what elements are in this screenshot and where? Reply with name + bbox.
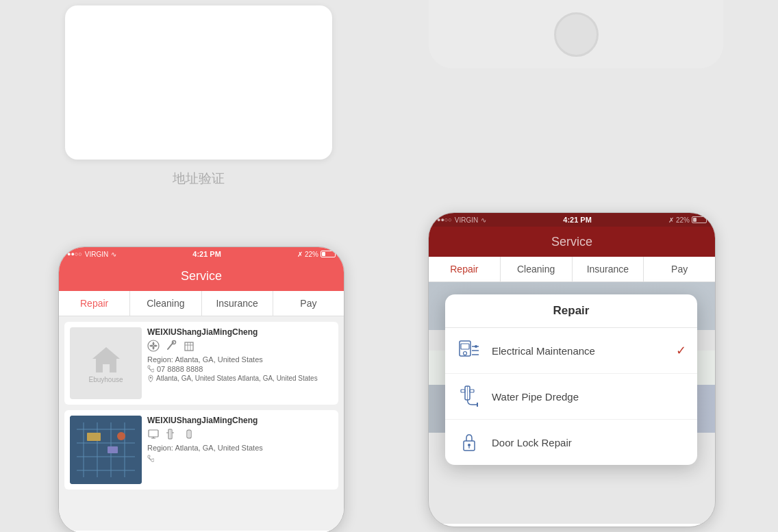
checkmark-1: ✓ xyxy=(676,343,686,358)
svg-rect-23 xyxy=(149,430,158,437)
bluetooth-icon-left: ✗ xyxy=(297,251,303,258)
service-card-1[interactable]: Ebuyhouse WEIXIUShangJiaMingCheng Region… xyxy=(64,322,338,405)
svg-point-34 xyxy=(464,352,467,355)
region-value-2: Atlanta, GA, United States xyxy=(175,444,262,452)
signal-icon-right: ●●○○ xyxy=(437,216,452,223)
svg-point-38 xyxy=(475,345,477,348)
dropdown-icon-1 xyxy=(456,338,482,364)
battery-pct-right: 22% xyxy=(676,216,690,224)
dropdown-icon-2 xyxy=(456,383,482,409)
pipe-icon xyxy=(457,384,481,409)
status-center-right: 4:21 PM xyxy=(563,216,592,224)
service-list-left: Ebuyhouse WEIXIUShangJiaMingCheng Region… xyxy=(59,316,344,531)
service-region-1: Region: Atlanta, GA, United States xyxy=(147,355,333,364)
phone-number-1: 07 8888 8888 xyxy=(157,365,203,373)
service-region-2: Region: Atlanta, GA, United States xyxy=(147,444,333,452)
tab-cleaning-right[interactable]: Cleaning xyxy=(501,257,573,281)
app-title-right: Service xyxy=(551,235,592,249)
svg-marker-0 xyxy=(92,347,120,359)
tool-icon xyxy=(183,428,195,440)
dropdown-icon-3 xyxy=(456,429,482,455)
tab-insurance-left[interactable]: Insurance xyxy=(202,291,273,316)
monitor-icon xyxy=(147,428,160,440)
status-bar-right: ●●○○ VIRGIN ∿ 4:21 PM ✗ 22% xyxy=(429,213,715,227)
tab-repair-left[interactable]: Repair xyxy=(59,291,130,316)
service-card-2[interactable]: WEIXIUShangJiaMingCheng Region: Atlanta,… xyxy=(64,410,338,490)
battery-icon-left xyxy=(321,251,336,257)
status-center-left: 4:21 PM xyxy=(192,250,221,258)
tabs-bar-left[interactable]: Repair Cleaning Insurance Pay xyxy=(59,291,344,316)
battery-pct-left: 22% xyxy=(305,251,318,258)
address-label: 地址验证 xyxy=(65,170,332,188)
home-button-bg xyxy=(554,12,599,57)
dropdown-text-2: Water Pipe Dredge xyxy=(492,391,686,403)
tab-insurance-right[interactable]: Insurance xyxy=(573,257,644,281)
app-title-left: Service xyxy=(181,269,222,283)
building-icon xyxy=(183,340,195,352)
region-label-2: Region: xyxy=(147,444,173,452)
status-right-left: ✗ 22% xyxy=(297,251,336,258)
repair-dropdown: Repair Electrical Maintenance ✓ xyxy=(445,294,697,465)
svg-rect-41 xyxy=(461,390,465,392)
service-name-2: WEIXIUShangJiaMingCheng xyxy=(147,416,333,425)
region-value-1: Atlanta, GA, United States xyxy=(175,355,262,364)
signal-icon-left: ●●○○ xyxy=(67,251,82,257)
svg-rect-20 xyxy=(87,433,101,441)
phone-icon xyxy=(147,365,154,373)
phone-icon-2 xyxy=(147,455,154,463)
pipe-small-icon xyxy=(165,428,177,440)
service-address-1: Atlanta, GA, United States Atlanta, GA, … xyxy=(147,375,333,383)
svg-rect-6 xyxy=(185,342,193,351)
svg-rect-11 xyxy=(70,416,142,484)
svg-point-22 xyxy=(117,432,125,440)
tab-pay-left[interactable]: Pay xyxy=(273,291,344,316)
service-info-1: WEIXIUShangJiaMingCheng Region: Atlanta,… xyxy=(147,327,333,399)
wrench-icon xyxy=(165,340,177,352)
svg-point-10 xyxy=(150,377,151,378)
thumb-label-1: Ebuyhouse xyxy=(88,376,123,383)
bluetooth-icon-right: ✗ xyxy=(668,216,674,224)
status-left-right: ●●○○ VIRGIN ∿ xyxy=(437,216,486,224)
circuit-icon xyxy=(70,416,142,484)
house-icon xyxy=(89,344,123,375)
electrical-icon xyxy=(457,338,481,363)
tabs-bar-right[interactable]: Repair Cleaning Insurance Pay xyxy=(429,257,715,282)
fan-icon xyxy=(147,340,160,352)
dropdown-text-1: Electrical Maintenance xyxy=(492,345,666,357)
phone-small-left: ●●○○ VIRGIN ∿ 4:21 PM ✗ 22% Service Repa… xyxy=(58,246,344,532)
wifi-icon-left: ∿ xyxy=(111,251,116,258)
battery-icon-right xyxy=(692,216,707,223)
svg-rect-42 xyxy=(470,390,474,392)
svg-point-45 xyxy=(468,444,470,446)
app-header-left: Service xyxy=(59,261,344,291)
service-icons-2 xyxy=(147,428,333,440)
status-right-right: ✗ 22% xyxy=(668,216,707,224)
lock-icon xyxy=(457,430,481,455)
carrier-right: VIRGIN xyxy=(455,216,478,224)
svg-rect-33 xyxy=(461,344,469,349)
service-info-2: WEIXIUShangJiaMingCheng Region: Atlanta,… xyxy=(147,416,333,484)
address-card xyxy=(65,5,332,160)
address-value-1: Atlanta, GA, United States Atlanta, GA, … xyxy=(156,375,318,382)
region-label-1: Region: xyxy=(147,355,173,364)
service-icons-1 xyxy=(147,340,333,352)
tab-pay-right[interactable]: Pay xyxy=(644,257,715,281)
status-bar-left: ●●○○ VIRGIN ∿ 4:21 PM ✗ 22% xyxy=(59,247,344,261)
svg-rect-21 xyxy=(108,446,118,453)
dropdown-text-3: Door Lock Repair xyxy=(492,437,686,448)
dropdown-item-1[interactable]: Electrical Maintenance ✓ xyxy=(445,328,697,374)
carrier-left: VIRGIN xyxy=(85,251,108,258)
service-thumb-2 xyxy=(70,416,142,484)
svg-rect-2 xyxy=(103,364,110,372)
dropdown-item-2[interactable]: Water Pipe Dredge xyxy=(445,374,697,420)
bg-top-shape xyxy=(429,0,723,68)
service-name-1: WEIXIUShangJiaMingCheng xyxy=(147,327,333,337)
tab-cleaning-left[interactable]: Cleaning xyxy=(130,291,201,316)
dropdown-title: Repair xyxy=(445,294,697,328)
tab-repair-right[interactable]: Repair xyxy=(429,257,501,281)
service-phone-row xyxy=(147,455,333,463)
location-icon xyxy=(147,375,154,383)
service-phone-1: 07 8888 8888 xyxy=(147,365,333,373)
dropdown-item-3[interactable]: Door Lock Repair xyxy=(445,420,697,465)
status-left-left: ●●○○ VIRGIN ∿ xyxy=(67,251,116,258)
